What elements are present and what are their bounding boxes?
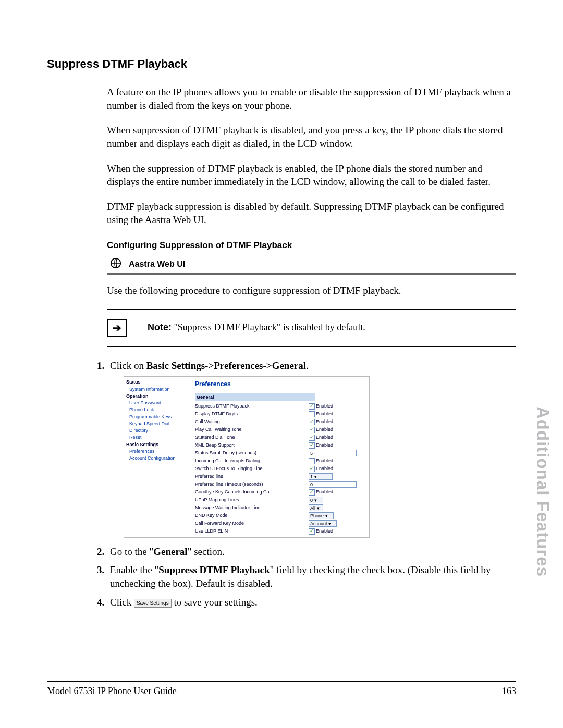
side-tab-label: Additional Features [533,406,553,577]
sidebar-preferences: Preferences [126,448,189,455]
globe-icon [110,257,121,272]
row-stuttered-checkbox[interactable]: ✓ [309,435,315,441]
configuring-subheading: Configuring Suppression of DTMF Playback [47,240,516,251]
row-display-checkbox[interactable] [309,411,315,417]
row-cfwd-select[interactable]: Account ▾ [309,520,337,527]
step-2-pre: Go to the " [110,546,153,557]
sidebar-directory: Directory [126,427,189,434]
step-4-pre: Click [110,597,134,608]
row-suppress-label: Suppress DTMF Playback [195,403,309,409]
row-stuttered-enabled: Enabled [316,435,333,440]
sidebar-status: Status [126,379,189,386]
row-statusscroll-input[interactable]: 5 [309,450,357,456]
sidebar-phone-lock: Phone Lock [126,406,189,413]
note-arrow-icon: ➔ [107,319,127,337]
row-lldp-enabled: Enabled [316,528,333,534]
step-2-post: " section. [188,546,225,557]
footer-left: Model 6753i IP Phone User Guide [47,686,177,697]
sidebar-prog-keys: Programmable Keys [126,414,189,421]
row-suppress-enabled: Enabled [316,403,333,409]
row-statusscroll-label: Status Scroll Delay (seconds) [195,450,309,456]
row-goodbye-enabled: Enabled [316,489,333,495]
row-playcwt-label: Play Call Waiting Tone [195,426,309,433]
sidebar-basic-settings: Basic Settings [126,441,189,448]
row-playcwt-enabled: Enabled [316,427,333,432]
row-cfwd-value: Account [310,521,327,526]
row-incoming-enabled: Enabled [316,458,333,463]
screenshot-main: Preferences General Suppress DTMF Playba… [191,377,369,537]
step-1-post: . [306,360,309,371]
sidebar-reset: Reset [126,434,189,441]
row-mwi-value: All [310,505,315,511]
preferences-screenshot: Status System Information Operation User… [124,376,370,537]
row-incoming-checkbox[interactable] [309,458,315,464]
row-prefline-label: Preferred line [195,473,309,479]
row-dnd-select[interactable]: Phone ▾ [309,512,334,519]
row-stuttered-label: Stuttered Dial Tone [195,434,309,440]
step-1-bold: Basic Settings->Preferences->General [146,360,306,371]
row-lldp-checkbox[interactable]: ✓ [309,528,315,535]
screenshot-main-title: Preferences [195,380,365,388]
row-upnp-select[interactable]: 0 ▾ [309,497,323,503]
row-callwaiting-enabled: Enabled [316,419,333,424]
row-prefline-select[interactable]: 1 ▾ [309,473,333,480]
step-1: Click on Basic Settings->Preferences->Ge… [107,359,516,538]
procedure-intro: Use the following procedure to configure… [47,284,516,298]
note-body: "Suppress DTMF Playback" is disabled by … [174,322,365,332]
body-paragraph-1: A feature on the IP phones allows you to… [47,85,516,112]
row-xmlbeep-label: XML Beep Support [195,442,309,448]
row-incoming-label: Incoming Call Interrupts Dialing [195,458,309,464]
row-suppress-checkbox[interactable]: ✓ [309,403,315,410]
row-callwaiting-checkbox[interactable]: ✓ [309,419,315,425]
row-xmlbeep-enabled: Enabled [316,442,333,448]
note-text: Note: "Suppress DTMF Playback" is disabl… [148,322,365,333]
row-goodbye-checkbox[interactable]: ✓ [309,489,315,496]
note-block: ➔ Note: "Suppress DTMF Playback" is disa… [107,309,516,347]
step-1-pre: Click on [110,360,146,371]
step-2: Go to the "General" section. [107,545,516,559]
body-paragraph-3: When the suppression of DTMF playback is… [47,162,516,189]
step-2-bold: General [153,546,187,557]
body-paragraph-2: When suppression of DTMF playback is dis… [47,124,516,150]
row-goodbye-label: Goodbye Key Cancels Incoming Call [195,489,309,495]
aastra-web-ui-label: Aastra Web UI [129,260,185,269]
row-dnd-value: Phone [310,513,324,519]
sidebar-keypad-speed-dial: Keypad Speed Dial [126,421,189,427]
row-xmlbeep-checkbox[interactable]: ✓ [309,442,315,449]
row-upnp-value: 0 [310,498,313,503]
page-footer: Model 6753i IP Phone User Guide 163 [47,681,516,697]
step-3-bold: Suppress DTMF Playback [158,564,270,575]
row-switchui-enabled: Enabled [316,466,333,471]
step-3-pre: Enable the " [110,564,158,575]
sidebar-operation: Operation [126,393,189,400]
page-heading: Suppress DTMF Playback [47,57,516,71]
footer-page-number: 163 [502,686,516,697]
row-dnd-label: DND Key Mode [195,512,309,519]
sidebar-user-password: User Password [126,400,189,406]
screenshot-general-header: General [195,393,315,401]
row-preflinetimeout-label: Preferred line Timeout (seconds) [195,481,309,487]
body-paragraph-4: DTMF playback suppression is disabled by… [47,200,516,227]
aastra-web-ui-bar: Aastra Web UI [107,254,516,275]
row-preflinetimeout-input[interactable]: 0 [309,481,357,488]
save-settings-button[interactable]: Save Settings [134,599,172,608]
row-upnp-label: UPnP Mapping Lines [195,497,309,503]
row-callwaiting-label: Call Waiting [195,418,309,425]
row-display-label: Display DTMF Digits [195,411,309,417]
row-lldp-label: Use LLDP ELIN [195,528,309,534]
row-switchui-checkbox[interactable]: ✓ [309,466,315,472]
sidebar-account-config: Account Configuration [126,455,189,462]
sidebar-system-info: System Information [126,386,189,393]
note-label: Note: [148,322,172,332]
row-mwi-select[interactable]: All ▾ [309,504,323,511]
step-3: Enable the "Suppress DTMF Playback" fiel… [107,563,516,590]
row-cfwd-label: Call Forward Key Mode [195,520,309,526]
row-display-enabled: Enabled [316,411,333,416]
step-4-post: to save your settings. [172,597,258,608]
row-mwi-label: Message Waiting Indicator Line [195,504,309,511]
row-prefline-value: 1 [310,474,313,479]
step-4: Click Save Settings to save your setting… [107,596,516,609]
row-playcwt-checkbox[interactable]: ✓ [309,427,315,433]
row-switchui-label: Switch UI Focus To Ringing Line [195,465,309,472]
screenshot-sidebar: Status System Information Operation User… [124,377,191,537]
